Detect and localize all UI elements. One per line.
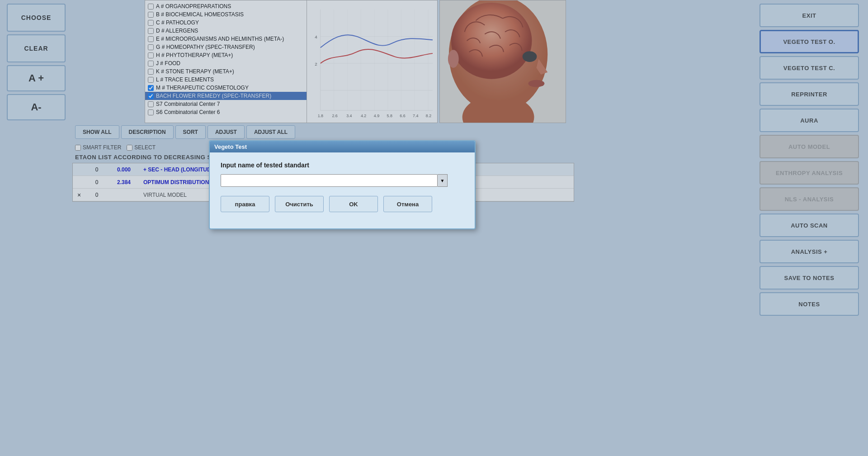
modal-title: Vegeto Test [210,141,475,152]
modal-cancel-button[interactable]: Отмена [383,196,432,212]
modal-pravka-button[interactable]: правка [221,196,269,212]
modal-clear-button[interactable]: Очистить [275,196,324,212]
vegeto-test-modal: Vegeto Test Input name of tested standar… [209,140,476,229]
modal-input-label: Input name of tested standart [221,162,464,169]
modal-ok-button[interactable]: OK [329,196,378,212]
modal-name-input[interactable] [221,174,438,187]
modal-input-row: ▼ [221,174,464,187]
modal-body: Input name of tested standart ▼ правка О… [210,152,475,228]
modal-dropdown-arrow[interactable]: ▼ [438,174,448,187]
modal-buttons: правка Очистить OK Отмена [221,196,464,212]
modal-overlay: Vegeto Test Input name of tested standar… [0,0,868,456]
